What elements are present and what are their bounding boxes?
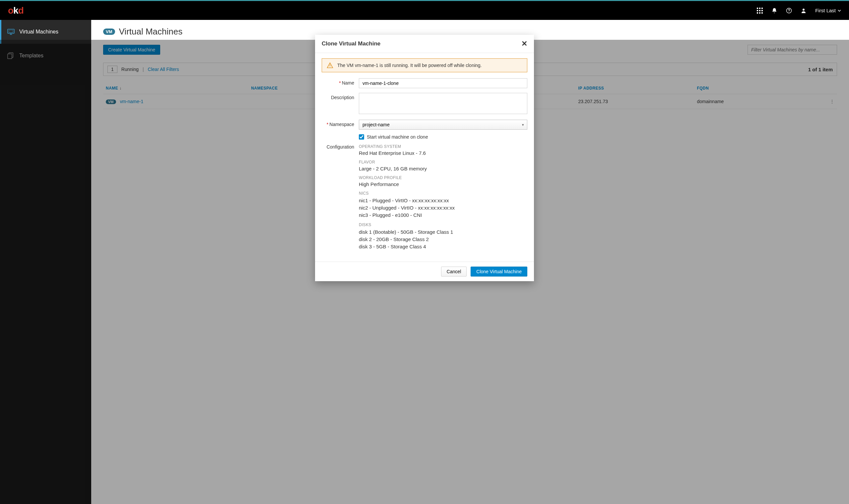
chevron-down-icon	[838, 9, 841, 12]
sidebar-item-label: Virtual Machines	[19, 29, 58, 35]
cfg-nic: nic3 - Plugged - e1000 - CNI	[359, 212, 527, 219]
warning-icon	[327, 62, 333, 69]
start-on-clone-label: Start virtual machine on clone	[367, 134, 428, 140]
warning-alert: The VM vm-name-1 is still running. It wi…	[322, 58, 527, 72]
start-on-clone-checkbox[interactable]: Start virtual machine on clone	[359, 134, 527, 140]
cfg-flavor-value: Large - 2 CPU, 16 GB memory	[359, 166, 527, 172]
top-icons: First Last	[757, 7, 841, 14]
top-bar: okd First Last	[0, 0, 849, 20]
label-description: Description	[331, 95, 354, 100]
alert-text: The VM vm-name-1 is still running. It wi…	[337, 63, 482, 68]
label-name: Name	[342, 80, 354, 86]
clone-button[interactable]: Clone Virtual Machine	[471, 267, 527, 276]
clone-vm-modal: Clone Virtual Machine ✕ The VM vm-name-1…	[315, 35, 534, 281]
page-title: Virtual Machines	[119, 26, 183, 37]
description-input[interactable]	[359, 93, 527, 114]
svg-rect-2	[761, 7, 763, 9]
cfg-os-label: OPERATING SYSTEM	[359, 144, 527, 149]
brand-k: k	[13, 5, 18, 16]
bell-icon[interactable]	[771, 7, 777, 14]
svg-point-16	[330, 67, 330, 67]
page-badge: VM	[103, 29, 115, 35]
apps-icon[interactable]	[757, 7, 763, 14]
label-namespace: Namespace	[329, 122, 354, 127]
svg-point-11	[802, 8, 805, 11]
cfg-nics-label: NICS	[359, 191, 527, 196]
label-configuration: Configuration	[327, 144, 354, 149]
close-icon[interactable]: ✕	[521, 40, 527, 48]
help-icon[interactable]	[786, 7, 792, 14]
brand-o: o	[8, 5, 13, 16]
cfg-nic: nic1 - Plugged - VirtIO - xx:xx:xx:xx:xx…	[359, 197, 527, 204]
cfg-disk: disk 2 - 20GB - Storage Class 2	[359, 236, 527, 243]
cfg-os-value: Red Hat Enterprise Linux - 7.6	[359, 150, 527, 156]
svg-rect-5	[761, 10, 763, 11]
vm-icon	[7, 28, 15, 35]
svg-rect-1	[759, 7, 760, 9]
svg-rect-7	[759, 12, 760, 14]
cfg-flavor-label: FLAVOR	[359, 160, 527, 164]
svg-rect-0	[757, 7, 758, 9]
namespace-select[interactable]: project-name	[359, 120, 527, 130]
svg-rect-6	[757, 12, 758, 14]
user-icon[interactable]	[800, 7, 807, 14]
cfg-disks-label: DISKS	[359, 222, 527, 227]
username-label: First Last	[815, 7, 836, 13]
brand-d: d	[18, 5, 23, 16]
cfg-nic: nic2 - Unplugged - VirtIO - xx:xx:xx:xx:…	[359, 204, 527, 212]
brand-logo: okd	[8, 5, 23, 16]
svg-point-10	[789, 12, 790, 12]
cfg-workload-label: WORKLOAD PROFILE	[359, 175, 527, 180]
name-input[interactable]	[359, 78, 527, 88]
cfg-workload-value: High Performance	[359, 181, 527, 187]
configuration-block: OPERATING SYSTEM Red Hat Enterprise Linu…	[359, 144, 527, 250]
start-on-clone-input[interactable]	[359, 134, 364, 140]
cfg-disk: disk 3 - 5GB - Storage Class 4	[359, 243, 527, 250]
cfg-disk: disk 1 (Bootable) - 50GB - Storage Class…	[359, 229, 527, 236]
modal-title: Clone Virtual Machine	[322, 40, 380, 47]
user-menu[interactable]: First Last	[815, 7, 841, 13]
svg-rect-8	[761, 12, 763, 14]
svg-rect-13	[9, 30, 13, 33]
svg-rect-3	[757, 10, 758, 11]
cancel-button[interactable]: Cancel	[441, 267, 467, 276]
svg-rect-4	[759, 10, 760, 11]
